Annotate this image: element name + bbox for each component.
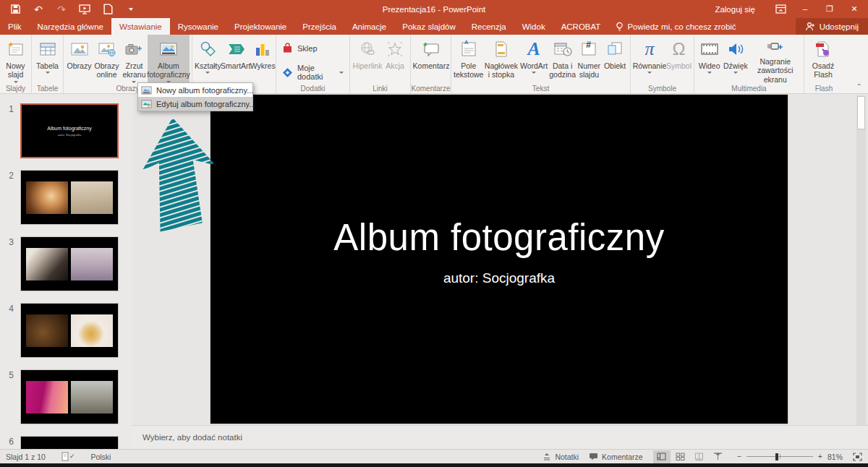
menu-item-new-photo-album[interactable]: Nowy album fotograficzny...	[138, 83, 252, 97]
slide-thumbnail-6[interactable]: 6	[6, 436, 132, 449]
zoom-slider-handle[interactable]	[775, 453, 778, 460]
tab-plik[interactable]: Plik	[0, 18, 30, 35]
thumbnail-image[interactable]	[20, 436, 119, 449]
textbox-button[interactable]: A Pole tekstowe	[454, 35, 483, 84]
new-slide-button[interactable]: Nowy slajd	[2, 35, 29, 84]
slide-thumbnail-1[interactable]: 1 Album fotograficzny autor: Socjografka	[6, 103, 132, 158]
notes-placeholder[interactable]: Wybierz, aby dodać notatki	[142, 433, 242, 442]
collapse-ribbon-icon[interactable]: ⌃	[856, 83, 862, 90]
slide-number: 6	[6, 436, 17, 449]
customize-qat-icon[interactable]	[124, 3, 137, 16]
new-file-icon[interactable]	[101, 3, 114, 16]
embed-flash-button[interactable]: Osadź Flash	[807, 35, 840, 84]
slide-number: 1	[6, 103, 17, 158]
minimize-button[interactable]: –	[794, 0, 816, 18]
spellcheck-button[interactable]: ✓	[61, 452, 75, 461]
vertical-scrollbar[interactable]	[856, 95, 866, 425]
thumbnail-image[interactable]	[20, 369, 119, 424]
wordart-icon: A	[527, 40, 540, 59]
shapes-button[interactable]: Kształty	[195, 35, 221, 84]
share-button[interactable]: Udostępnij	[796, 18, 868, 35]
slide-thumbnail-3[interactable]: 3	[6, 236, 132, 291]
pictures-button[interactable]: Obrazy	[66, 35, 93, 84]
slide-sorter-view-button[interactable]	[672, 450, 689, 463]
zoom-slider[interactable]	[746, 453, 813, 461]
photo-album-button[interactable]: Album fotograficzny	[148, 35, 190, 84]
slide-indicator: Slajd 1 z 10	[6, 453, 46, 461]
thumbnail-image[interactable]	[20, 303, 119, 358]
fit-to-window-button[interactable]	[853, 453, 862, 461]
tab-przejscia[interactable]: Przejścia	[294, 18, 344, 35]
view-switcher	[653, 450, 727, 463]
slideshow-view-button[interactable]	[710, 450, 727, 463]
zoom-out-button[interactable]: −	[737, 453, 741, 460]
notes-toggle[interactable]: Notatki	[542, 453, 579, 461]
restore-button[interactable]: ❐	[819, 0, 841, 18]
comment-button[interactable]: Komentarz	[413, 35, 449, 84]
current-slide[interactable]: Album fotograficzny autor: Socjografka	[210, 94, 788, 424]
photo-album-icon	[158, 38, 179, 60]
slide-number-button[interactable]: # Numer slajdu	[576, 35, 602, 84]
tab-animacje[interactable]: Animacje	[344, 18, 394, 35]
picture-icon	[70, 38, 89, 60]
symbol-omega-icon: Ω	[673, 40, 686, 58]
zoom-percentage[interactable]: 81%	[827, 453, 843, 461]
menu-item-edit-photo-album[interactable]: Edytuj album fotograficzny...	[138, 97, 252, 111]
thumbnail-image[interactable]: Album fotograficzny autor: Socjografka	[20, 103, 119, 158]
screenshot-button[interactable]: Zrzut ekranu	[121, 35, 148, 84]
save-icon[interactable]	[9, 3, 22, 16]
dropdown-caret-icon	[532, 72, 536, 74]
thumbnail-image[interactable]	[20, 236, 119, 291]
slide-thumbnail-panel: 1 Album fotograficzny autor: Socjografka…	[0, 94, 132, 449]
slide-subtitle-text[interactable]: autor: Socjografka	[210, 270, 788, 286]
tab-pokaz-slajdow[interactable]: Pokaz slajdów	[394, 18, 464, 35]
language-indicator[interactable]: Polski	[90, 453, 111, 461]
header-footer-button[interactable]: Nagłówek i stopka	[483, 35, 519, 84]
wordart-button[interactable]: A WordArt	[519, 35, 548, 84]
ribbon-display-options-icon[interactable]	[770, 0, 791, 18]
tell-me-box[interactable]: Powiedz mi, co chcesz zrobić	[608, 18, 743, 35]
start-slideshow-icon[interactable]	[78, 3, 91, 16]
group-komentarze: Komentarz Komentarze	[411, 35, 451, 93]
thumbnail-image[interactable]	[20, 170, 119, 225]
scrollbar-thumb[interactable]	[857, 96, 865, 129]
close-button[interactable]: ✕	[843, 0, 865, 18]
equation-button[interactable]: π Równanie	[633, 35, 666, 84]
group-label: Slajdy	[0, 85, 31, 93]
tab-recenzja[interactable]: Recenzja	[464, 18, 514, 35]
video-button[interactable]: Wideo	[697, 35, 722, 84]
sign-in-link[interactable]: Zaloguj się	[715, 5, 755, 14]
undo-icon[interactable]: ↶	[32, 3, 45, 16]
zoom-in-button[interactable]: +	[818, 453, 822, 460]
tab-rysowanie[interactable]: Rysowanie	[170, 18, 226, 35]
chart-button[interactable]: Wykres	[250, 35, 276, 84]
tab-narzedzia-glowne[interactable]: Narzędzia główne	[30, 18, 111, 35]
notes-pane[interactable]: Wybierz, aby dodać notatki	[132, 425, 868, 449]
store-button[interactable]: Sklep	[278, 41, 321, 55]
reading-view-button[interactable]	[691, 450, 708, 463]
slide-thumbnail-4[interactable]: 4	[6, 303, 132, 358]
audio-button[interactable]: Dźwięk	[722, 35, 749, 84]
object-button[interactable]: Obiekt	[602, 35, 628, 84]
dropdown-caret-icon	[132, 81, 136, 83]
embed-flash-icon	[815, 38, 831, 60]
photo-album-dropdown-menu: Nowy album fotograficzny... Edytuj album…	[137, 82, 253, 111]
tab-wstawianie[interactable]: Wstawianie	[111, 18, 170, 35]
datetime-button[interactable]: Data i godzina	[549, 35, 576, 84]
online-pictures-button[interactable]: Obrazy online	[93, 35, 121, 84]
comments-toggle[interactable]: Komentarze	[589, 453, 643, 461]
slide-thumbnail-5[interactable]: 5	[6, 369, 132, 424]
screenshot-camera-icon	[124, 38, 143, 60]
normal-view-button[interactable]	[653, 450, 671, 463]
slide-thumbnail-2[interactable]: 2	[6, 170, 132, 225]
screen-recording-button[interactable]: Nagranie zawartości ekranu	[749, 35, 802, 84]
group-tekst: A Pole tekstowe Nagłówek i stopka A Word…	[451, 35, 631, 93]
tab-acrobat[interactable]: ACROBAT	[553, 18, 609, 35]
tab-projektowanie[interactable]: Projektowanie	[226, 18, 294, 35]
group-label: Symbole	[631, 85, 694, 93]
slide-title-text[interactable]: Album fotograficzny	[210, 216, 788, 259]
smartart-button[interactable]: SmartArt	[221, 35, 250, 84]
tab-widok[interactable]: Widok	[514, 18, 553, 35]
my-addins-button[interactable]: Moje dodatki	[278, 62, 347, 82]
table-button[interactable]: Tabela	[34, 35, 61, 84]
